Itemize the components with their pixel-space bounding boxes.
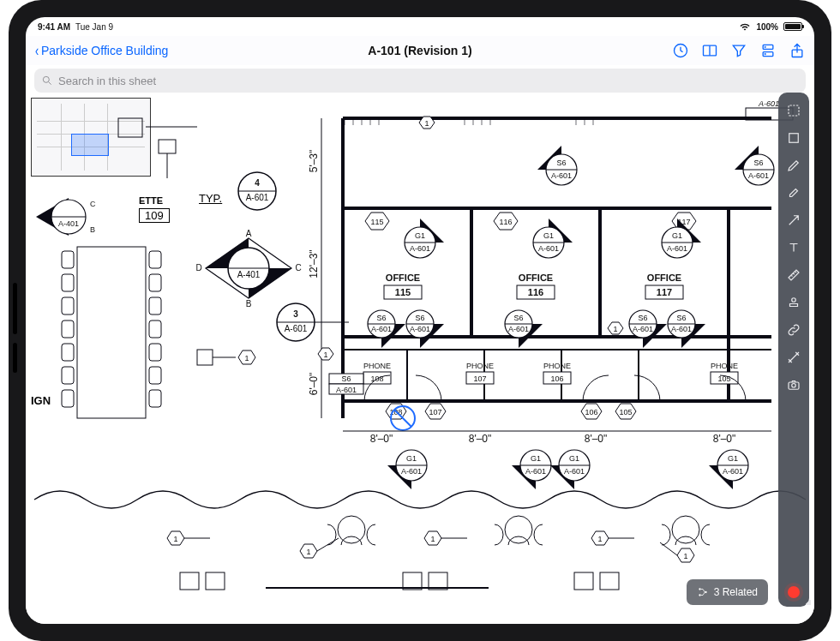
svg-text:OFFICE: OFFICE [519,273,553,283]
svg-point-240 [699,588,700,590]
tool-highlighter[interactable] [784,183,803,202]
section-tag-s6-left: S6 A-601 [329,374,363,394]
svg-text:116: 116 [528,287,543,297]
svg-text:S6: S6 [341,374,351,383]
svg-rect-32 [62,320,74,338]
section-tags-g1-top: G1A-601 G1A-601 G1A-601 [405,219,701,258]
tool-strip [778,93,809,607]
svg-text:PHONE: PHONE [543,362,571,370]
svg-rect-230 [118,118,142,137]
history-icon[interactable] [672,42,689,59]
svg-text:C: C [90,200,96,208]
room-label-117: OFFICE 117 [645,273,683,299]
svg-line-212 [660,542,677,555]
door-tags-bottom: 108 107 106 105 [386,404,636,419]
svg-rect-221 [574,572,593,590]
svg-text:1: 1 [173,535,177,543]
ipad-screen: 9:41 AM Tue Jan 9 100% ‹ Parkside Office… [26,17,814,624]
svg-text:12'–3": 12'–3" [308,249,320,278]
top-misc [118,118,197,178]
svg-line-203 [317,538,339,551]
tool-stamp[interactable] [784,293,803,312]
share-icon[interactable] [789,42,806,59]
svg-text:G1: G1 [728,454,738,463]
tool-text[interactable] [784,238,803,257]
svg-text:OFFICE: OFFICE [386,273,420,283]
room-label-115: OFFICE 115 [384,273,422,299]
svg-rect-33 [62,344,74,361]
tool-select[interactable] [784,101,803,120]
svg-rect-40 [149,344,161,361]
dim-vertical: 5'–3" 12'–3" 6'–0" [308,118,321,418]
svg-point-5 [765,54,765,55]
tool-link[interactable] [784,320,803,339]
record-button[interactable] [788,586,800,598]
status-time: 9:41 AM [38,22,70,32]
back-button[interactable]: ‹ Parkside Office Building [34,43,168,58]
compare-icon[interactable] [701,42,718,59]
svg-text:A-601: A-601 [723,467,743,476]
svg-text:C: C [295,263,301,273]
svg-text:A-601: A-601 [748,171,769,180]
svg-text:A-601: A-601 [336,386,357,394]
svg-text:A-601: A-601 [401,467,422,476]
svg-marker-236 [806,600,811,605]
svg-text:PHONE: PHONE [711,362,738,370]
room-label-107: PHONE 107 [466,362,494,384]
blueprint-svg: A-401 A C B D A-401 C B [26,93,814,624]
svg-text:B: B [246,299,252,309]
svg-text:A-601: A-601 [410,244,430,253]
svg-text:G1: G1 [406,454,417,463]
svg-point-197 [672,516,699,543]
tool-arrow[interactable] [784,211,803,230]
svg-text:115: 115 [395,287,411,297]
svg-text:S6: S6 [676,314,686,322]
tool-measure[interactable] [784,266,803,285]
svg-point-4 [765,46,765,47]
battery-icon [783,22,802,31]
svg-text:117: 117 [657,287,672,297]
related-button[interactable]: 3 Related [687,579,768,605]
section-tag-a401-left: A-401 C B [36,198,96,236]
detail-tag-4: 4 A-601 [238,172,276,210]
svg-text:A-601: A-601 [551,171,572,180]
statusbar: 9:41 AM Tue Jan 9 100% [26,17,814,36]
svg-text:1: 1 [683,552,687,560]
tool-pen[interactable] [784,156,803,175]
svg-text:5'–3": 5'–3" [308,150,320,173]
svg-rect-28 [77,247,146,418]
svg-text:S6: S6 [556,159,566,167]
tool-camera[interactable] [784,375,803,394]
svg-text:A-601: A-601 [633,325,653,333]
svg-point-241 [699,594,700,596]
svg-text:3: 3 [293,309,298,319]
svg-text:1: 1 [613,325,617,333]
svg-rect-38 [149,297,161,315]
search-input[interactable]: Search in this sheet [34,69,806,93]
search-icon [41,75,53,87]
svg-text:A-601: A-601 [371,325,392,333]
svg-text:G1: G1 [415,231,425,240]
dim-horizontal: 8'–0" 8'–0" 8'–0" 8'–0" [343,431,771,445]
status-date: Tue Jan 9 [75,22,113,32]
layers-icon[interactable] [759,42,777,59]
svg-rect-234 [789,105,799,116]
svg-rect-213 [197,350,213,365]
room-label-106: PHONE 106 [543,362,571,384]
svg-text:A-401: A-401 [58,219,79,228]
filter-icon[interactable] [730,42,747,59]
svg-text:S6: S6 [513,314,523,322]
svg-rect-222 [600,572,619,590]
svg-rect-36 [149,251,161,268]
drawing-canvas[interactable]: IGN ETTE 109 TYP. [26,93,814,624]
svg-text:S6: S6 [753,159,763,167]
svg-text:D: D [195,263,201,273]
svg-text:A-601: A-601 [246,193,269,202]
room-label-116: OFFICE 116 [517,273,555,299]
svg-text:1: 1 [430,535,435,543]
tool-marquee[interactable] [784,129,803,147]
tool-calibrate[interactable] [784,348,803,367]
svg-text:A: A [246,229,252,238]
svg-rect-41 [149,367,161,384]
search-placeholder: Search in this sheet [58,75,156,87]
